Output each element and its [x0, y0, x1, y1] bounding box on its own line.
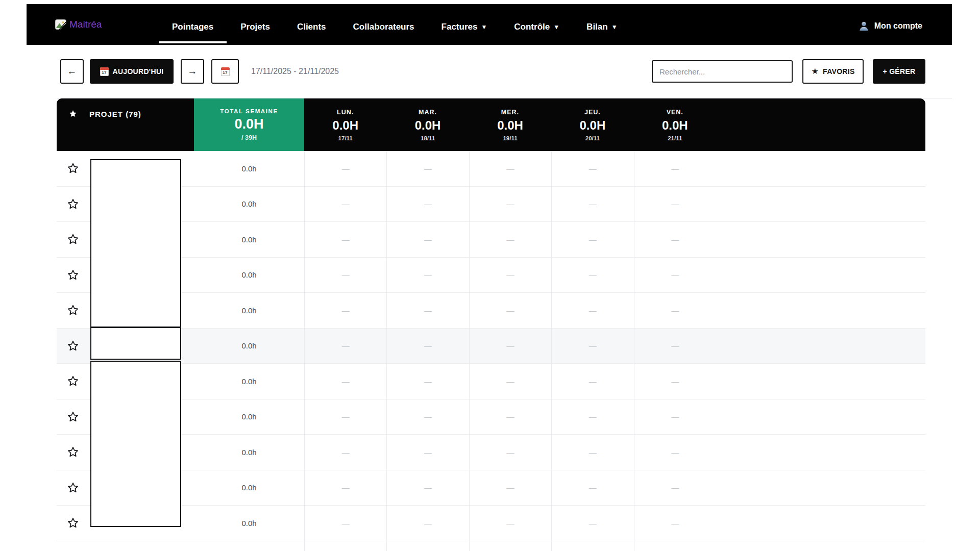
favorite-star-outline-icon[interactable] — [67, 375, 79, 387]
row-week-total: 0.0h — [194, 364, 304, 399]
day-entry-cell[interactable]: — — [386, 151, 469, 186]
row-filler — [716, 541, 925, 551]
day-entry-cell[interactable]: — — [469, 541, 551, 551]
day-entry-cell[interactable]: — — [304, 151, 386, 186]
project-name-cell[interactable] — [89, 541, 194, 551]
day-entry-cell[interactable]: — — [634, 399, 716, 435]
day-entry-cell[interactable]: — — [469, 329, 551, 364]
day-entry-cell[interactable]: — — [551, 541, 633, 551]
day-entry-cell[interactable]: — — [469, 187, 551, 222]
day-entry-cell[interactable]: — — [469, 399, 551, 435]
day-entry-cell[interactable]: — — [469, 258, 551, 293]
day-entry-cell[interactable]: — — [551, 187, 633, 222]
day-entry-cell[interactable]: — — [551, 293, 633, 328]
day-entry-cell[interactable]: — — [634, 258, 716, 293]
nav-tab-pointages[interactable]: Pointages — [172, 22, 213, 32]
day-entry-cell[interactable]: — — [634, 506, 716, 541]
day-entry-cell[interactable]: — — [469, 364, 551, 399]
day-entry-cell[interactable]: — — [634, 151, 716, 186]
favorites-button[interactable]: ★ FAVORIS — [802, 59, 864, 84]
day-entry-cell[interactable]: — — [634, 187, 716, 222]
day-headers: LUN.0.0H17/11MAR.0.0H18/11MER.0.0H19/11J… — [304, 98, 716, 151]
favorite-star-outline-icon[interactable] — [67, 269, 79, 281]
day-entry-cell[interactable]: — — [551, 399, 633, 435]
day-entry-cell[interactable]: — — [386, 470, 469, 506]
day-entry-cell[interactable]: — — [469, 506, 551, 541]
search-input[interactable] — [652, 60, 793, 83]
day-entry-cell[interactable]: — — [386, 541, 469, 551]
manage-button[interactable]: + GÉRER — [873, 59, 925, 84]
day-entry-cell[interactable]: — — [386, 435, 469, 470]
day-entry-cell[interactable]: — — [469, 293, 551, 328]
favorite-star-outline-icon[interactable] — [67, 482, 79, 494]
day-entry-cell[interactable]: — — [469, 470, 551, 506]
day-entry-cell[interactable]: — — [304, 258, 386, 293]
next-week-button[interactable]: → — [181, 59, 204, 84]
day-entry-cell[interactable]: — — [386, 364, 469, 399]
nav-tab-collaborateurs[interactable]: Collaborateurs — [353, 22, 414, 32]
calendar-picker-button[interactable]: 17 — [211, 59, 239, 84]
favorite-star-outline-icon[interactable] — [67, 304, 79, 316]
row-filler — [716, 435, 925, 470]
nav-tab-projets[interactable]: Projets — [240, 22, 270, 32]
day-entry-cell[interactable]: — — [304, 222, 386, 257]
day-entry-cell[interactable]: — — [634, 541, 716, 551]
day-entry-cell[interactable]: — — [386, 187, 469, 222]
today-button[interactable]: 17 AUJOURD'HUI — [90, 59, 174, 84]
day-entry-cell[interactable]: — — [634, 329, 716, 364]
day-entry-cell[interactable]: — — [551, 222, 633, 257]
row-week-total: 0.0h — [194, 258, 304, 293]
day-entry-cell[interactable]: — — [386, 293, 469, 328]
day-entry-cell[interactable]: — — [551, 151, 633, 186]
day-entry-cell[interactable]: — — [386, 506, 469, 541]
account-menu[interactable]: Mon compte — [858, 17, 922, 32]
row-filler — [716, 399, 925, 435]
favorite-star-outline-icon[interactable] — [67, 517, 79, 529]
day-entry-cell[interactable]: — — [551, 329, 633, 364]
day-entry-cell[interactable]: — — [304, 506, 386, 541]
day-entry-cell[interactable]: — — [551, 506, 633, 541]
header-favorite-column[interactable] — [57, 98, 89, 151]
nav-tab-bilan[interactable]: Bilan▼ — [586, 22, 617, 32]
nav-tab-clients[interactable]: Clients — [297, 22, 326, 32]
favorite-star-outline-icon[interactable] — [67, 233, 79, 245]
day-entry-cell[interactable]: — — [304, 187, 386, 222]
day-entry-cell[interactable]: — — [386, 399, 469, 435]
nav-tab-factures[interactable]: Factures▼ — [442, 22, 487, 32]
favorite-star-outline-icon[interactable] — [67, 411, 79, 423]
day-entry-cell[interactable]: — — [304, 435, 386, 470]
favorite-star-outline-icon[interactable] — [67, 198, 79, 210]
day-entry-cell[interactable]: — — [469, 151, 551, 186]
day-entry-cell[interactable]: — — [304, 329, 386, 364]
day-entry-cell[interactable]: — — [386, 329, 469, 364]
day-entry-cell[interactable]: — — [304, 541, 386, 551]
day-entry-cell[interactable]: — — [634, 435, 716, 470]
day-entry-cell[interactable]: — — [304, 293, 386, 328]
favorite-star-outline-icon[interactable] — [67, 340, 79, 352]
day-name: LUN. — [337, 109, 354, 116]
day-entry-cell[interactable]: — — [551, 470, 633, 506]
day-entry-cell[interactable]: — — [304, 399, 386, 435]
nav-tab-label: Pointages — [172, 22, 213, 32]
nav-tab-controle[interactable]: Contrôle▼ — [514, 22, 559, 32]
day-entry-cell[interactable]: — — [551, 435, 633, 470]
day-entry-cell[interactable]: — — [304, 364, 386, 399]
day-entry-cell[interactable]: — — [551, 258, 633, 293]
day-entry-cell[interactable]: — — [634, 293, 716, 328]
previous-week-button[interactable]: ← — [60, 59, 84, 84]
day-entry-cell[interactable]: — — [634, 222, 716, 257]
day-entry-cell[interactable]: — — [304, 470, 386, 506]
brand-logo[interactable]: Maitréa — [55, 19, 102, 30]
day-column-header: MER.0.0H19/11 — [469, 98, 551, 151]
day-entry-cell[interactable]: — — [386, 222, 469, 257]
day-entry-cell[interactable]: — — [469, 222, 551, 257]
day-entry-cell[interactable]: — — [386, 258, 469, 293]
favorite-star-outline-icon[interactable] — [67, 162, 79, 174]
day-entry-cell[interactable]: — — [634, 364, 716, 399]
day-entry-cell[interactable]: — — [551, 364, 633, 399]
favorite-star-outline-icon[interactable] — [67, 446, 79, 458]
project-column-header[interactable]: PROJET (79) — [89, 98, 194, 151]
day-entry-cell[interactable]: — — [634, 470, 716, 506]
day-entry-cell[interactable]: — — [469, 435, 551, 470]
row-filler — [716, 258, 925, 293]
